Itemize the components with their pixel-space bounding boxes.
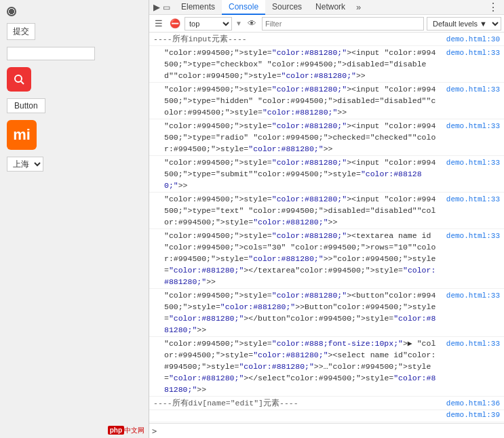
- line-source[interactable]: demo.html:33: [436, 85, 504, 94]
- console-line: demo.html:39: [149, 410, 504, 422]
- line-source[interactable]: demo.html:36: [436, 399, 504, 407]
- console-line: "color:#994500;">style="color:#888;font-…: [149, 337, 504, 397]
- console-line: "color:#994500;">style="color:#881280;">…: [149, 156, 504, 193]
- console-input-line: >: [149, 423, 504, 438]
- devtools-panel: ▶ ▭ Elements Console Sources Network » ⋮…: [149, 0, 504, 438]
- line-content: "color:#994500;">style="color:#881280;">…: [149, 230, 436, 287]
- mi-logo-row: mi: [7, 120, 142, 150]
- tab-console[interactable]: Console: [222, 0, 265, 15]
- console-line: ----所有input元素----demo.html:30: [149, 33, 504, 46]
- line-content: ----所有input元素----: [149, 33, 436, 45]
- tab-icons: ▶ ▭: [149, 2, 174, 12]
- province-select[interactable]: 上海: [7, 157, 43, 172]
- select-row: 上海: [7, 157, 142, 172]
- line-source[interactable]: demo.html:33: [436, 232, 504, 240]
- filter-input[interactable]: [262, 17, 424, 31]
- clear-console-icon[interactable]: ⛔: [168, 17, 182, 31]
- text-input-row: [7, 47, 142, 60]
- php-badge: php: [108, 426, 124, 435]
- tab-sources[interactable]: Sources: [265, 0, 309, 15]
- console-output[interactable]: ----所有input元素----demo.html:30"color:#994…: [149, 33, 504, 423]
- line-content: "color:#994500;">style="color:#888;font-…: [149, 338, 436, 395]
- line-source[interactable]: demo.html:33: [436, 195, 504, 203]
- console-line: "color:#994500;">style="color:#881280;">…: [149, 229, 504, 289]
- console-line: ----所有div[name="edit"]元素----demo.html:36: [149, 397, 504, 410]
- tab-menu[interactable]: ⋮: [482, 1, 504, 14]
- console-input[interactable]: [159, 426, 501, 436]
- radio-button[interactable]: [7, 7, 16, 16]
- tabs-bar: ▶ ▭ Elements Console Sources Network » ⋮: [149, 0, 504, 15]
- tab-network[interactable]: Network: [309, 0, 352, 15]
- search-icon-row: [7, 67, 142, 92]
- line-content: ----所有div[name="edit"]元素----: [149, 397, 436, 409]
- svg-line-1: [21, 81, 24, 84]
- console-line: "color:#994500;">style="color:#881280;">…: [149, 83, 504, 119]
- footer-watermark: php中文网: [108, 426, 144, 435]
- line-content: "color:#994500;">style="color:#881280;">…: [149, 193, 436, 228]
- line-content: "color:#994500;">style="color:#881280;">…: [149, 290, 436, 336]
- svg-point-0: [15, 75, 22, 82]
- device-icon[interactable]: ▭: [163, 3, 170, 12]
- line-source[interactable]: demo.html:39: [436, 411, 504, 419]
- tab-elements[interactable]: Elements: [174, 0, 222, 15]
- submit-row: 提交: [7, 23, 142, 40]
- eye-icon[interactable]: 👁: [246, 17, 259, 31]
- cn-text: 中文网: [124, 426, 144, 434]
- line-source[interactable]: demo.html:33: [436, 49, 504, 57]
- console-toolbar: ☰ ⛔ top ▼ 👁 Default levels ▼: [149, 15, 504, 33]
- mi-logo: mi: [7, 120, 37, 150]
- button-element[interactable]: Button: [7, 98, 45, 113]
- button-row: Button: [7, 98, 142, 113]
- console-line: "color:#994500;">style="color:#881280;">…: [149, 193, 504, 229]
- line-source[interactable]: demo.html:33: [436, 122, 504, 130]
- line-content: "color:#994500;">style="color:#881280;">…: [149, 120, 436, 155]
- submit-button[interactable]: 提交: [7, 23, 35, 40]
- sidebar-toggle-icon[interactable]: ☰: [152, 17, 166, 31]
- console-line: "color:#994500;">style="color:#881280;">…: [149, 119, 504, 156]
- console-line: "color:#994500;">style="color:#881280;">…: [149, 289, 504, 337]
- radio-row: [7, 7, 142, 16]
- line-source[interactable]: demo.html:33: [436, 340, 504, 348]
- page-preview: 提交 Button mi 上海 php中文网: [0, 0, 149, 438]
- context-select[interactable]: top: [185, 17, 232, 31]
- line-content: "color:#994500;">style="color:#881280;">…: [149, 47, 436, 81]
- line-content: "color:#994500;">style="color:#881280;">…: [149, 157, 436, 191]
- line-source[interactable]: demo.html:33: [436, 159, 504, 167]
- text-input[interactable]: [7, 47, 95, 60]
- console-line: "color:#994500;">style="color:#881280;">…: [149, 46, 504, 83]
- line-source[interactable]: demo.html:33: [436, 292, 504, 300]
- tab-more[interactable]: »: [352, 2, 365, 12]
- line-source[interactable]: demo.html:30: [436, 35, 504, 43]
- line-content: "color:#994500;">style="color:#881280;">…: [149, 83, 436, 118]
- log-levels-select[interactable]: Default levels ▼: [427, 17, 501, 31]
- console-prompt: >: [152, 426, 157, 436]
- inspect-icon[interactable]: ▶: [153, 2, 160, 12]
- search-icon[interactable]: [7, 67, 31, 92]
